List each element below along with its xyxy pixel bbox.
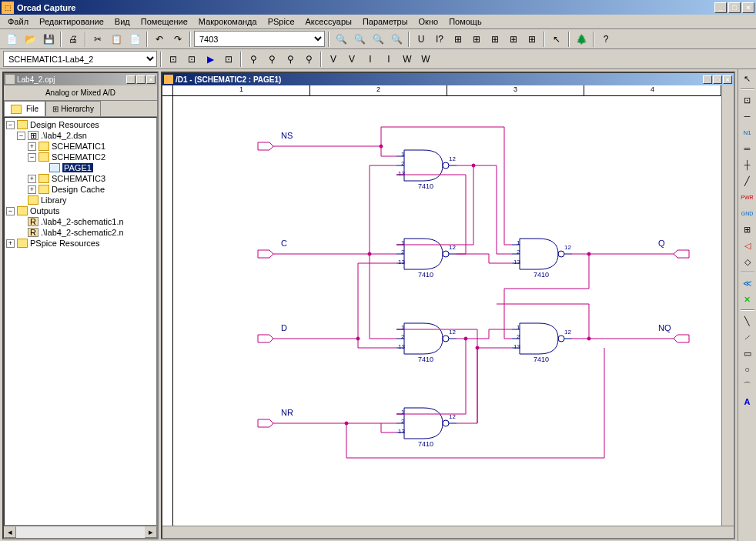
undo-button[interactable]: ↶ [151, 31, 168, 48]
tree-schematic1[interactable]: +SCHEMATIC1 [6, 141, 155, 152]
project-subtitle: Analog or Mixed A/D [4, 85, 157, 101]
menu-edit[interactable]: Редактирование [35, 15, 109, 28]
sim-edit-button[interactable]: ⊡ [183, 51, 200, 68]
proj-minimize-button[interactable]: _ [126, 75, 135, 84]
menu-place[interactable]: Помещение [136, 15, 192, 28]
tree-design-cache[interactable]: +Design Cache [6, 184, 155, 195]
zoom-in-button[interactable]: 🔍 [333, 31, 350, 48]
cut-button[interactable]: ✂ [89, 31, 106, 48]
tree-pspice-resources[interactable]: +PSpice Resources [6, 238, 155, 249]
maximize-button[interactable]: □ [728, 2, 741, 13]
print-button[interactable]: 🖨 [65, 31, 82, 48]
paste-button[interactable]: 📄 [126, 31, 143, 48]
arc-tool[interactable]: ⌒ [740, 378, 755, 393]
project-scrollbar[interactable]: ◂ ▸ [4, 526, 157, 538]
text-tool[interactable]: A [740, 394, 755, 409]
hier-tool[interactable]: ⊞ [740, 222, 755, 237]
schematic-icon [164, 75, 173, 84]
ground-tool[interactable]: GND [740, 205, 755, 221]
net-tool[interactable]: N1 [740, 125, 755, 140]
tool-grid4-button[interactable]: ⊞ [505, 31, 522, 48]
tool-grid5-button[interactable]: ⊞ [524, 31, 540, 48]
tab-hierarchy[interactable]: ⊞Hierarchy [45, 101, 101, 116]
pointer-button[interactable]: ↖ [548, 31, 565, 48]
line-tool[interactable]: ╲ [740, 313, 755, 329]
noconnect-tool[interactable]: ≪ [740, 276, 755, 291]
port-tool[interactable]: ◁ [740, 238, 755, 253]
bias-i-button[interactable]: I [362, 51, 379, 68]
rect-tool[interactable]: ▭ [740, 346, 755, 361]
tree-schematic2[interactable]: −SCHEMATIC2 [6, 152, 155, 162]
bias-i2-button[interactable]: I [380, 51, 397, 68]
tool-grid2-button[interactable]: ⊞ [468, 31, 485, 48]
minimize-button[interactable]: _ [714, 2, 727, 13]
tree-outputs[interactable]: −Outputs [6, 205, 155, 216]
polyline-tool[interactable]: ⟋ [740, 329, 755, 345]
run-button[interactable]: ▶ [202, 51, 219, 68]
tree-design-resources[interactable]: −Design Resources [6, 119, 155, 130]
tool-i-button[interactable]: I? [431, 31, 448, 48]
junction-tool[interactable]: ┼ [740, 157, 755, 172]
copy-button[interactable]: 📋 [108, 31, 125, 48]
tree-schematic3[interactable]: +SCHEMATIC3 [6, 173, 155, 184]
redo-button[interactable]: ↷ [169, 31, 186, 48]
menu-macro[interactable]: Макрокоманда [194, 15, 262, 28]
menu-view[interactable]: Вид [110, 15, 135, 28]
probe-w-button[interactable]: ⚲ [282, 51, 299, 68]
bias-v-button[interactable]: V [325, 51, 342, 68]
tree-dsn[interactable]: −⊞.\lab4_2.dsn [6, 130, 155, 141]
select-tool[interactable]: ↖ [740, 71, 755, 86]
tool-grid3-button[interactable]: ⊞ [487, 31, 503, 48]
tool-grid-button[interactable]: ⊞ [450, 31, 467, 48]
open-button[interactable]: 📂 [22, 31, 38, 48]
sch-maximize-button[interactable]: □ [713, 75, 722, 84]
scrollbar-horizontal[interactable] [162, 526, 734, 538]
bias-w2-button[interactable]: W [417, 51, 434, 68]
menu-file[interactable]: Файл [3, 15, 33, 28]
proj-maximize-button[interactable]: □ [136, 75, 146, 84]
zoom-out-button[interactable]: 🔍 [351, 31, 368, 48]
canvas-container: 1 2 13 12 7410 [162, 96, 734, 526]
probe-i-button[interactable]: ⚲ [263, 51, 280, 68]
menu-options[interactable]: Параметры [358, 15, 413, 28]
power-tool[interactable]: PWR [740, 189, 755, 205]
tool-u-button[interactable]: U [413, 31, 430, 48]
new-button[interactable]: 📄 [3, 31, 20, 48]
menu-accessories[interactable]: Аксессуары [301, 15, 356, 28]
bus-entry-tool[interactable]: ╱ [740, 173, 755, 189]
offpage-tool[interactable]: ◇ [740, 254, 755, 269]
tab-file[interactable]: File [4, 101, 45, 116]
schematic-selector[interactable]: SCHEMATIC1-Lab4_2 [3, 51, 157, 67]
sch-minimize-button[interactable]: _ [703, 75, 712, 84]
part-selector[interactable]: 7403 [194, 31, 325, 47]
schematic-canvas[interactable]: 1 2 13 12 7410 [173, 96, 721, 526]
wire-tool[interactable]: ─ [740, 109, 755, 124]
menu-pspice[interactable]: PSpice [263, 15, 299, 28]
tree-output1[interactable]: R.\lab4_2-schematic1.n [6, 216, 155, 227]
probe-d-button[interactable]: ⚲ [300, 51, 317, 68]
zoom-fit-button[interactable]: 🔍 [388, 31, 405, 48]
menu-window[interactable]: Окно [414, 15, 443, 28]
results-button[interactable]: ⊡ [220, 51, 237, 68]
bus-tool[interactable]: ═ [740, 141, 755, 156]
part-tool[interactable]: ⊡ [740, 92, 755, 108]
close-button[interactable]: × [742, 2, 754, 13]
sch-close-button[interactable]: × [723, 75, 732, 84]
scrollbar-vertical[interactable] [721, 96, 734, 526]
project-tree[interactable]: −Design Resources −⊞.\lab4_2.dsn +SCHEMA… [4, 117, 157, 526]
tree-page1[interactable]: PAGE1 [6, 162, 155, 173]
bias-w-button[interactable]: W [399, 51, 416, 68]
zoom-area-button[interactable]: 🔍 [370, 31, 386, 48]
noconnect2-tool[interactable]: ✕ [740, 292, 755, 307]
help-button[interactable]: ? [597, 31, 614, 48]
probe-v-button[interactable]: ⚲ [245, 51, 262, 68]
sim-profile-button[interactable]: ⊡ [165, 51, 182, 68]
tree-library[interactable]: Library [6, 195, 155, 205]
ellipse-tool[interactable]: ○ [740, 362, 755, 377]
menu-help[interactable]: Помощь [444, 15, 487, 28]
tree-output2[interactable]: R.\lab4_2-schematic2.n [6, 227, 155, 238]
proj-close-button[interactable]: × [146, 75, 156, 84]
tree-button[interactable]: 🌲 [573, 31, 590, 48]
bias-v2-button[interactable]: V [343, 51, 360, 68]
save-button[interactable]: 💾 [40, 31, 57, 48]
